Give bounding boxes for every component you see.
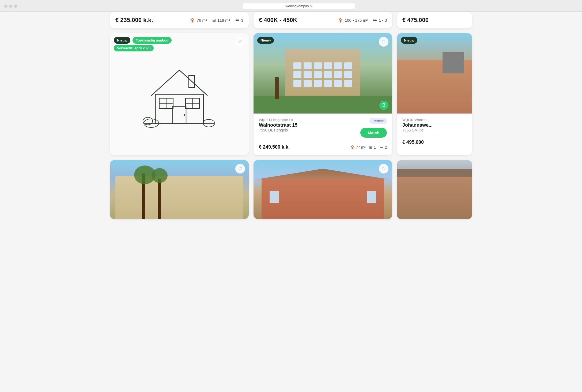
card-3-body: Wijk 07 Woolde Johannawe... 7555 CM He..… (397, 114, 472, 150)
bottom-card-3[interactable] (397, 160, 472, 219)
card-2-location: Wijk 01 Hengelose Es (259, 118, 297, 122)
building-bottom-2 (262, 179, 384, 219)
bottom-3-photo (397, 160, 472, 219)
card-2-photo (254, 33, 392, 114)
favorite-btn-bottom-2[interactable]: ♡ (379, 164, 388, 174)
tree-trunk-2 (158, 179, 161, 219)
card-2-floors: 1 (374, 145, 376, 149)
top-partial-row: € 235.000 k.k. 🏠 76 m² ⊞ 118 m² 🛏 3 € 40… (110, 12, 472, 28)
building-bottom-1 (115, 176, 243, 219)
top-meta-1: 🏠 76 m² ⊞ 118 m² 🛏 3 (190, 18, 243, 23)
plot-icon: ⊞ (212, 18, 216, 23)
bed-icon-card2: 🛏 (380, 145, 383, 149)
card-3-title: Johannawe... (402, 122, 467, 128)
top-card-3: € 475.000 (397, 12, 472, 28)
listing-card-1[interactable]: Nieuw Toekomstig aanbod Verwacht: april … (110, 33, 249, 155)
top-price-3: € 475.000 (402, 17, 429, 24)
window-right (367, 191, 376, 203)
top-card-2: € 400K - 450K 🏠 100 - 175 m² 🛏 1 - 3 (254, 12, 392, 28)
traffic-light-maximize[interactable] (14, 5, 17, 8)
card-2-title: Walnootstraat 15 (259, 122, 297, 128)
card-3-subtitle: 7555 CM He... (402, 128, 467, 132)
top-meta-1-plot: ⊞ 118 m² (212, 18, 230, 23)
top-meta-2-beds-val: 1 - 3 (379, 18, 387, 22)
card-2-subtitle: 7556 DL Hengelo (259, 128, 297, 132)
bottom-3-image (397, 160, 472, 219)
floor-icon: ⊞ (369, 145, 372, 149)
card-3-tags: Nieuw (401, 37, 417, 44)
tag-verwacht-1: Verwacht: april 2025 (114, 45, 154, 51)
card-3-photo (397, 33, 472, 114)
card-2-info: Wijk 01 Hengelose Es Walnootstraat 15 75… (259, 118, 297, 136)
listing-card-3[interactable]: Nieuw Wijk 07 Woolde Johannawe... 7555 C… (397, 33, 472, 155)
browser-chrome: woningkompas.nl (0, 0, 582, 12)
top-price-2: € 400K - 450K (259, 17, 297, 24)
top-meta-2-beds: 🛏 1 - 3 (373, 18, 387, 22)
bottom-2-photo (254, 160, 392, 219)
top-card-1: € 235.000 k.k. 🏠 76 m² ⊞ 118 m² 🛏 3 (110, 12, 249, 28)
card-2-image: Nieuw ♡ B (254, 33, 392, 114)
bottom-1-image: ♡ (110, 160, 249, 219)
top-meta-2: 🏠 100 - 175 m² 🛏 1 - 3 (338, 18, 387, 23)
card-2-spec-floors: ⊞ 1 (369, 145, 376, 149)
perfect-badge-2: Perfect (369, 118, 387, 124)
top-meta-2-size: 🏠 100 - 175 m² (338, 18, 368, 23)
card-3-price-row: € 495.000 (402, 136, 467, 145)
tree-trunk (275, 77, 279, 99)
page-content: € 235.000 k.k. 🏠 76 m² ⊞ 118 m² 🛏 3 € 40… (104, 12, 478, 225)
match-btn-2[interactable]: Match (360, 128, 387, 138)
card-2-price-row: € 249.500 k.k. 🏠 77 m² ⊞ 1 🛏 2 (259, 141, 387, 150)
card-3-location: Wijk 07 Woolde (402, 118, 467, 122)
energy-badge-2: B (379, 101, 388, 110)
card-2-tags: Nieuw (257, 37, 274, 44)
roof-bottom-3 (397, 169, 472, 177)
bottom-1-photo (110, 160, 249, 219)
card-2-price: € 249.500 k.k. (259, 144, 290, 150)
card-2-header: Wijk 01 Hengelose Es Walnootstraat 15 75… (259, 118, 387, 138)
house-icon: 🏠 (190, 18, 195, 23)
svg-point-3 (184, 114, 185, 116)
favorite-btn-bottom-1[interactable]: ♡ (235, 164, 245, 174)
favorite-btn-1[interactable]: ♡ (235, 37, 245, 47)
traffic-lights (4, 5, 17, 8)
card-2-specs: 🏠 77 m² ⊞ 1 🛏 2 (350, 145, 387, 149)
bed-icon-2: 🛏 (373, 18, 377, 22)
car-shape (443, 52, 464, 73)
card-2-spec-size: 🏠 77 m² (350, 145, 366, 149)
main-cards-row: Nieuw Toekomstig aanbod Verwacht: april … (110, 33, 472, 155)
windows (293, 62, 352, 87)
bottom-card-2[interactable]: ♡ (254, 160, 392, 219)
tag-nieuw-2: Nieuw (257, 37, 274, 44)
svg-point-11 (144, 119, 159, 127)
card-2-size: 77 m² (356, 145, 366, 149)
card-3-image: Nieuw (397, 33, 472, 114)
grass (254, 96, 392, 114)
traffic-light-minimize[interactable] (9, 5, 12, 8)
house-icon-2: 🏠 (338, 18, 343, 23)
svg-point-13 (203, 119, 215, 127)
top-meta-2-size-val: 100 - 175 m² (345, 18, 368, 22)
top-meta-1-size: 🏠 76 m² (190, 18, 207, 23)
address-bar[interactable]: woningkompas.nl (243, 3, 355, 9)
top-meta-1-plot-val: 118 m² (217, 18, 230, 22)
tag-nieuw-1: Nieuw (114, 37, 130, 44)
card-2-badges: Perfect Match (360, 118, 387, 138)
foliage-2 (152, 168, 168, 183)
card-2-body: Wijk 01 Hengelose Es Walnootstraat 15 75… (254, 114, 392, 155)
bottom-cards-row: ♡ ♡ (110, 160, 472, 219)
card-3-price: € 495.000 (402, 140, 424, 145)
card-1-tags: Nieuw Toekomstig aanbod (114, 37, 172, 44)
traffic-light-close[interactable] (4, 5, 7, 8)
card-1-image: Nieuw Toekomstig aanbod Verwacht: april … (110, 33, 249, 155)
bed-icon: 🛏 (235, 18, 240, 22)
card-1-tags-row2: Verwacht: april 2025 (114, 46, 154, 50)
top-meta-1-size-val: 76 m² (197, 18, 207, 22)
bottom-card-1[interactable]: ♡ (110, 160, 249, 219)
house-spec-icon-2: 🏠 (350, 145, 355, 149)
favorite-btn-2[interactable]: ♡ (379, 37, 388, 47)
house-svg (137, 57, 222, 132)
tag-nieuw-3: Nieuw (401, 37, 417, 44)
top-price-1: € 235.000 k.k. (115, 17, 153, 24)
top-meta-1-beds: 🛏 3 (235, 18, 243, 22)
listing-card-2[interactable]: Nieuw ♡ B Wijk 01 Hengelose Es Walnootst… (254, 33, 392, 155)
